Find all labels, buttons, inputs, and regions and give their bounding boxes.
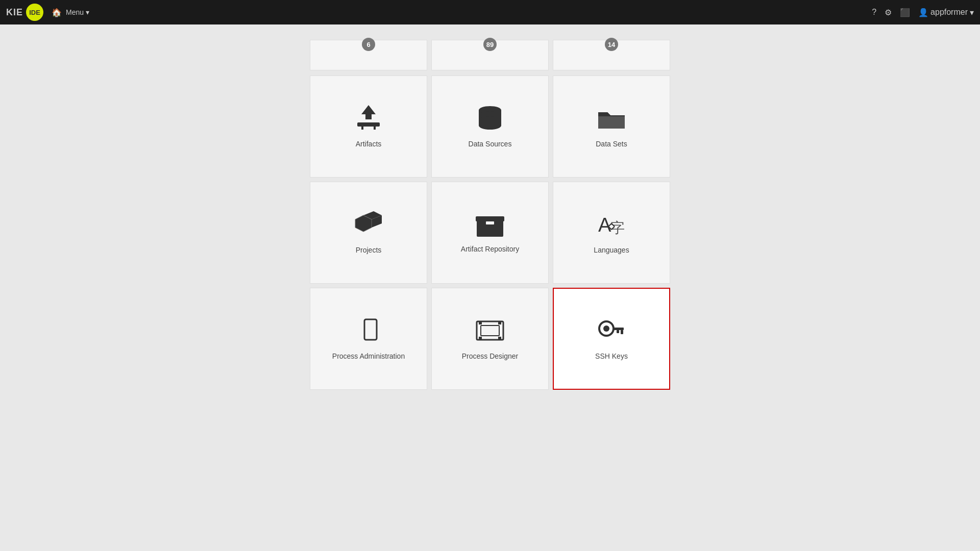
svg-marker-0 (361, 105, 376, 119)
badge-card-1: 6 (310, 40, 427, 70)
badge-num-1: 6 (362, 38, 375, 51)
card-process-designer[interactable]: Process Designer (431, 288, 549, 390)
card-projects[interactable]: Projects (310, 182, 427, 284)
svg-rect-20 (364, 319, 377, 340)
badge-card-2: 89 (431, 40, 549, 70)
projects-icon (353, 211, 384, 238)
card-data-sets[interactable]: Data Sets (553, 76, 670, 178)
card-process-administration[interactable]: Process Administration (310, 288, 427, 390)
svg-rect-16 (476, 216, 504, 221)
languages-icon: A 字 (596, 211, 627, 238)
svg-point-28 (603, 325, 609, 332)
svg-rect-3 (374, 127, 376, 130)
badge-card-3: 14 (553, 40, 670, 70)
artifacts-label: Artifacts (356, 140, 382, 148)
projects-label: Projects (356, 246, 382, 254)
card-artifacts[interactable]: Artifacts (310, 76, 427, 178)
card-artifact-repository[interactable]: Artifact Repository (431, 182, 549, 284)
main-content: 6 89 14 Artifacts (0, 24, 980, 551)
svg-rect-25 (479, 337, 482, 340)
artifact-repository-icon (475, 212, 505, 237)
card-ssh-keys[interactable]: SSH Keys (553, 288, 670, 390)
menu-button[interactable]: Menu ▾ (66, 8, 89, 16)
svg-rect-30 (621, 330, 623, 334)
process-administration-label: Process Administration (332, 352, 405, 360)
artifacts-icon (353, 105, 384, 132)
process-designer-icon (475, 317, 505, 344)
svg-point-10 (479, 121, 501, 130)
svg-rect-24 (498, 321, 501, 324)
help-button[interactable]: ? (872, 8, 876, 17)
navbar: KIE IDE 🏠 Menu ▾ ? ⚙ ⬛ 👤 appformer ▾ (0, 0, 980, 24)
ssh-keys-label: SSH Keys (595, 352, 628, 360)
svg-rect-31 (617, 330, 619, 333)
kie-logo: KIE (6, 7, 23, 18)
badge-num-3: 14 (605, 38, 618, 51)
card-languages[interactable]: A 字 Languages (553, 182, 670, 284)
languages-label: Languages (594, 246, 629, 254)
nav-right: ? ⚙ ⬛ 👤 appformer ▾ (872, 8, 974, 17)
home-button[interactable]: 🏠 (52, 8, 62, 17)
svg-rect-2 (361, 127, 363, 130)
camera-button[interactable]: ⬛ (900, 8, 910, 17)
badge-num-2: 89 (483, 38, 497, 51)
brand: KIE IDE (6, 4, 43, 21)
svg-rect-22 (481, 325, 499, 336)
card-data-sources[interactable]: Data Sources (431, 76, 549, 178)
svg-rect-29 (612, 328, 624, 330)
data-sets-icon (596, 105, 627, 132)
data-sources-label: Data Sources (469, 140, 512, 148)
process-designer-label: Process Designer (462, 352, 519, 360)
artifact-repository-label: Artifact Repository (461, 245, 519, 253)
settings-button[interactable]: ⚙ (885, 8, 892, 17)
ide-badge: IDE (26, 4, 43, 21)
data-sets-label: Data Sets (596, 140, 627, 148)
svg-rect-17 (486, 221, 494, 224)
process-administration-icon (353, 317, 384, 344)
cards-grid: Artifacts Data Sources (306, 70, 674, 395)
data-sources-icon (475, 105, 505, 132)
badge-row: 6 89 14 (306, 35, 674, 70)
user-menu[interactable]: 👤 appformer ▾ (918, 8, 974, 17)
ssh-keys-icon (596, 317, 627, 344)
svg-rect-26 (498, 337, 501, 340)
svg-rect-1 (357, 122, 380, 127)
svg-rect-23 (479, 321, 482, 324)
